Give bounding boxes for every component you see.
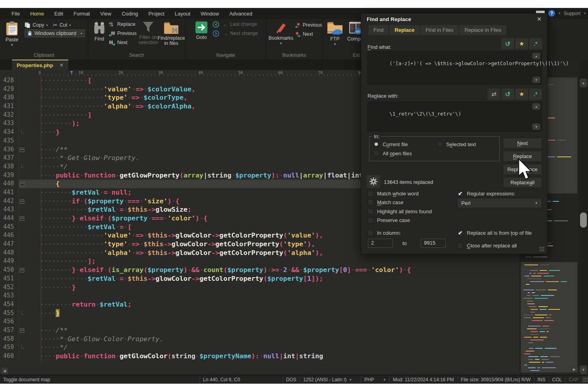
fold-marker-icon[interactable]: [20, 216, 24, 221]
menu-edit[interactable]: Edit: [49, 9, 68, 19]
fold-marker-icon[interactable]: [20, 148, 24, 152]
status-insert-mode[interactable]: INS: [534, 376, 549, 384]
status-syntax-scheme[interactable]: PHP▼: [361, 376, 389, 384]
fold-marker-icon[interactable]: [20, 328, 24, 333]
tab-properties-php[interactable]: Properties.php ✕: [12, 60, 68, 70]
regex-flavor-select[interactable]: Perl ▼: [457, 198, 542, 208]
dialog-tab-replace-in-files[interactable]: Replace in Files: [459, 25, 507, 35]
find-what-input[interactable]: ('[a-z]+)'( => \$this->glowColor->getCol…: [368, 51, 542, 85]
find-previous-button[interactable]: Previous: [109, 30, 137, 37]
scrollbar-thumb[interactable]: [580, 212, 587, 228]
radio-current-file[interactable]: Current file: [373, 141, 408, 147]
menu-window[interactable]: Window: [195, 9, 224, 19]
support-menu[interactable]: Support: [564, 11, 580, 16]
replace-spin-down-icon[interactable]: ▼: [532, 124, 540, 130]
help-caret-icon[interactable]: ▾: [559, 12, 560, 15]
dialog-tab-find-in-files[interactable]: Find in Files: [420, 25, 458, 35]
menu-file[interactable]: File: [6, 9, 25, 19]
scroll-down-icon[interactable]: ▼: [580, 365, 587, 374]
bookmarks-button[interactable]: Bookmarks ▼: [269, 21, 293, 45]
support-caret-icon[interactable]: ▾: [584, 12, 586, 15]
checkbox-close-after-replace[interactable]: Close after replace all: [457, 243, 517, 249]
find-spin-up-icon[interactable]: ▲: [532, 53, 540, 59]
status-encoding[interactable]: 1252 (ANSI - Latin I)▼: [300, 376, 361, 384]
scroll-right-icon[interactable]: ▶: [571, 366, 578, 373]
checkbox-match-whole-word[interactable]: Match whole word: [368, 191, 419, 197]
menu-view[interactable]: View: [95, 9, 116, 19]
code-line[interactable]: 460····public·function·getGlowColor(stri…: [0, 352, 519, 361]
filter-on-selection-button[interactable]: Filter on selection: [138, 21, 159, 45]
resize-grip[interactable]: [582, 377, 588, 382]
find-favorites-button[interactable]: ★: [515, 38, 528, 49]
replace-button[interactable]: AB Replace: [109, 21, 135, 28]
status-column-mode[interactable]: COL: [549, 376, 565, 384]
copy-button[interactable]: Copy ▾: [25, 21, 48, 29]
find-replace-in-files-button[interactable]: Find/replace in files: [159, 21, 184, 46]
status-toggle-document-map[interactable]: Toggle document map: [0, 376, 199, 384]
code-line[interactable]: 453: [0, 292, 519, 300]
paste-button[interactable]: Paste ▼: [3, 21, 21, 47]
column-from-input[interactable]: 2: [368, 239, 393, 248]
replace-favorites-button[interactable]: ★: [515, 89, 528, 100]
ftp-button[interactable]: FTP ▼: [326, 21, 344, 46]
code-line[interactable]: 458·····*·Get·Glow·Color·Property.: [0, 335, 519, 344]
windows-clipboard-select[interactable]: Windows clipboard ▾: [25, 29, 85, 37]
code-line[interactable]: 450········}·elseif·(is_array($property)…: [0, 266, 519, 274]
forward-circle-button[interactable]: [213, 30, 219, 37]
find-next-button[interactable]: Next: [109, 39, 128, 46]
code-line[interactable]: 457····/**: [0, 326, 519, 335]
fold-marker-icon[interactable]: [20, 199, 24, 204]
goto-button[interactable]: Goto: [193, 21, 209, 40]
search-options-button[interactable]: [367, 175, 380, 188]
replace-swap-button[interactable]: ⇄: [487, 89, 500, 100]
checkbox-highlight-all[interactable]: Highlight all items found: [368, 209, 432, 214]
bookmark-next-button[interactable]: Next: [295, 31, 313, 38]
menu-project[interactable]: Project: [143, 9, 169, 19]
replace-history-button[interactable]: ↺: [501, 89, 514, 100]
replace-regex-button[interactable]: .*: [529, 89, 542, 100]
checkbox-replace-from-top[interactable]: ✔ Replace all is from top of file: [457, 230, 532, 236]
tab-close-icon[interactable]: ✕: [60, 62, 64, 68]
menu-advanced[interactable]: Advanced: [224, 9, 257, 19]
cut-button[interactable]: ✂ Cut ▾: [53, 21, 71, 29]
dialog-resize-grip[interactable]: [539, 246, 545, 252]
code-line[interactable]: 452········}: [0, 283, 519, 292]
find-button[interactable]: Find: [91, 21, 107, 42]
scroll-left-icon[interactable]: ◀: [1, 368, 8, 374]
help-icon[interactable]: ?: [548, 10, 555, 17]
code-line[interactable]: 449············];: [0, 257, 519, 266]
next-button[interactable]: Next: [503, 138, 542, 149]
scroll-up-icon[interactable]: ▲: [580, 79, 587, 87]
code-line[interactable]: 455····}: [0, 309, 519, 318]
replace-spin-up-icon[interactable]: ▲: [532, 103, 540, 110]
checkbox-preserve-case[interactable]: Preserve case: [368, 217, 410, 223]
fold-marker-icon[interactable]: [20, 182, 24, 186]
last-change-button[interactable]: ← Last change: [223, 21, 257, 28]
status-caret-position[interactable]: Ln 440, Col 6, C0: [199, 376, 282, 384]
dialog-tab-replace[interactable]: Replace: [389, 25, 420, 35]
status-eol-format[interactable]: DOS: [282, 376, 300, 384]
menu-coding[interactable]: Coding: [116, 9, 143, 19]
menu-home[interactable]: Home: [25, 9, 49, 19]
checkbox-regular-expressions[interactable]: ✔ Regular expressions:: [457, 191, 515, 197]
dialog-tab-find[interactable]: Find: [368, 25, 389, 35]
menu-layout[interactable]: Layout: [170, 9, 195, 19]
code-line[interactable]: 451············$retVal·=·$this->glowColo…: [0, 274, 519, 283]
menu-format[interactable]: Format: [68, 9, 95, 19]
replace-with-input[interactable]: \1_retrv'\2\(\3_retrv'\) ▲ ▼: [368, 102, 542, 131]
vertical-scrollbar[interactable]: ▲ ▼: [579, 60, 588, 373]
radio-selected-text[interactable]: Selected text: [437, 141, 476, 147]
code-line[interactable]: 459·····*/: [0, 343, 519, 352]
next-change-button[interactable]: → Next change: [223, 30, 258, 37]
bookmark-previous-button[interactable]: Previous: [295, 21, 322, 29]
find-regex-button[interactable]: .*: [529, 38, 542, 49]
code-line[interactable]: 454········return·$retVal;: [0, 300, 519, 309]
checkbox-match-case[interactable]: Match case: [368, 199, 404, 205]
fold-marker-icon[interactable]: [20, 268, 24, 272]
code-line[interactable]: 456: [0, 317, 519, 326]
column-to-input[interactable]: 9915: [421, 239, 446, 248]
checkbox-in-column[interactable]: In column:: [368, 230, 401, 236]
find-spin-down-icon[interactable]: ▼: [532, 77, 540, 83]
radio-all-open-files[interactable]: All open files: [373, 150, 412, 156]
dialog-close-icon[interactable]: ✕: [537, 16, 542, 22]
